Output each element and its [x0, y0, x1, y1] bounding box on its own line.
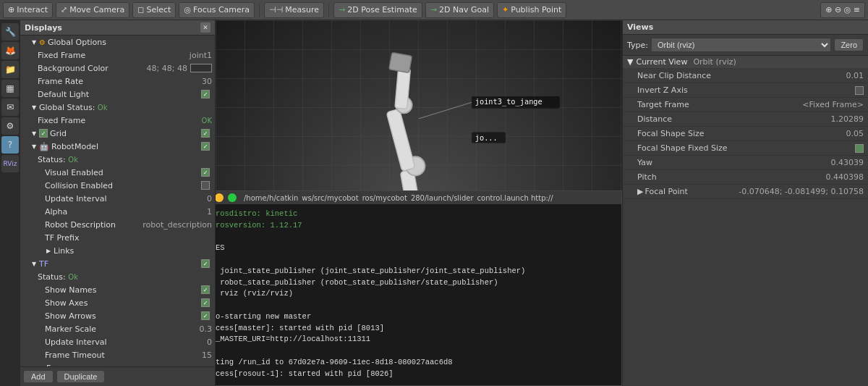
update-interval-robot-item[interactable]: Update Interval 0	[20, 192, 215, 205]
sidebar-icon-3[interactable]: 📁	[1, 61, 19, 78]
focal-shape-fixed-checkbox[interactable]	[855, 144, 864, 153]
nav-goal-button[interactable]: → 2D Nav Goal	[425, 2, 494, 18]
yaw-row: Yaw 0.43039	[623, 156, 868, 170]
terminal-win-max[interactable]	[228, 193, 237, 202]
displays-panel: Displays ✕ ▼ ⚙ Global Options Fixed Fram…	[20, 20, 216, 386]
views-type-label: Type:	[627, 41, 648, 50]
robot-description-item[interactable]: Robot Description robot_description	[20, 218, 215, 231]
sidebar-icon-5[interactable]: ✉	[1, 98, 19, 116]
displays-tree[interactable]: ▼ ⚙ Global Options Fixed Frame joint1 Ba…	[20, 35, 215, 366]
robot-model-icon: 🤖	[39, 142, 49, 151]
terminal-win-min[interactable]	[216, 193, 224, 202]
views-type-select[interactable]: Orbit (rviz)	[651, 38, 831, 52]
main-area: 🔧 🦊 📁 ▦ ✉ ⚙ ? RViz Displays ✕ ▼ ⚙ Global…	[0, 20, 868, 386]
pose-icon: →	[339, 5, 345, 14]
show-names-item[interactable]: Show Names	[20, 283, 215, 296]
current-view-header[interactable]: ▼ Current View Orbit (rviz)	[623, 56, 868, 69]
collision-enabled-checkbox[interactable]	[201, 181, 210, 190]
global-status-item[interactable]: ▼ Global Status: Ok	[20, 101, 215, 114]
default-light-checkbox[interactable]	[201, 90, 210, 98]
tf-arrow: ▼	[30, 260, 38, 267]
main-toolbar: ⊕ Interact ⤢ Move Camera ◻ Select ◎ Focu…	[0, 0, 868, 20]
nav-icon: →	[430, 5, 437, 14]
sidebar-icon-6[interactable]: ⚙	[1, 117, 19, 135]
frame-rate-item[interactable]: Frame Rate 30	[20, 75, 215, 88]
displays-close-button[interactable]: ✕	[200, 22, 210, 33]
update-interval-tf-item[interactable]: Update Interval 0	[20, 335, 215, 348]
views-tree: ▼ Current View Orbit (rviz) Near Clip Di…	[623, 56, 868, 386]
tf-checkbox[interactable]	[201, 259, 210, 268]
global-options-item[interactable]: ▼ ⚙ Global Options	[20, 35, 215, 49]
focal-shape-fixed-row: Focal Shape Fixed Size	[623, 141, 868, 156]
move-camera-icon: ⤢	[61, 5, 67, 14]
publish-point-button[interactable]: ✦ Publish Point	[497, 2, 566, 18]
frame-timeout-item[interactable]: Frame Timeout 15	[20, 348, 215, 361]
views-panel-header: Views	[623, 20, 868, 35]
fixed-frame-status-item[interactable]: Fixed Frame OK	[20, 114, 215, 127]
visual-enabled-checkbox[interactable]	[201, 168, 210, 177]
current-view-label: Current View	[636, 57, 687, 67]
grid-item[interactable]: ▼ Grid	[20, 127, 215, 140]
sidebar-icon-rviz[interactable]: RViz	[1, 155, 19, 172]
alpha-item[interactable]: Alpha 1	[20, 205, 215, 218]
terminal-panel: /home/h/catkin_ws/src/mycobot_ros/mycobo…	[216, 190, 622, 386]
views-zero-button[interactable]: Zero	[834, 38, 864, 51]
near-clip-row: Near Clip Distance 0.01	[623, 69, 868, 83]
robot-status-item[interactable]: Status: Ok	[20, 153, 215, 166]
measure-button[interactable]: ⊣⊣ Measure	[264, 2, 324, 18]
grid-check2[interactable]	[201, 129, 210, 138]
viewport[interactable]: joint3_to_jange jo... joint4 joint_state…	[216, 20, 622, 386]
views-title: Views	[627, 22, 653, 32]
target-frame-row: Target Frame <Fixed Frame>	[623, 98, 868, 112]
invert-z-row: Invert Z Axis	[623, 83, 868, 98]
interact-button[interactable]: ⊕ Interact	[3, 2, 53, 18]
add-display-button[interactable]: Add	[23, 370, 54, 383]
show-names-checkbox[interactable]	[201, 285, 210, 294]
show-arrows-checkbox[interactable]	[201, 311, 210, 320]
fixed-frame-item[interactable]: Fixed Frame joint1	[20, 49, 215, 62]
visual-enabled-item[interactable]: Visual Enabled	[20, 166, 215, 179]
tf-status-item[interactable]: Status: Ok	[20, 270, 215, 283]
sidebar-icon-7[interactable]: ?	[1, 136, 19, 154]
default-light-item[interactable]: Default Light	[20, 88, 215, 101]
global-options-arrow: ▼	[30, 38, 38, 46]
grid-checkbox[interactable]	[39, 129, 48, 138]
frames-item[interactable]: ▶ Frames	[20, 361, 215, 366]
marker-scale-item[interactable]: Marker Scale 0.3	[20, 322, 215, 335]
invert-z-checkbox[interactable]	[855, 86, 864, 95]
focal-point-row[interactable]: ▶Focal Point -0.070648; -0.081499; 0.107…	[623, 185, 868, 199]
interact-icon: ⊕	[8, 5, 14, 14]
sidebar-icon-4[interactable]: ▦	[1, 80, 19, 97]
terminal-body[interactable]: * /rosdistro: kinetic * /rosversion: 1.1…	[216, 204, 621, 379]
left-sidebar: 🔧 🦊 📁 ▦ ✉ ⚙ ? RViz	[0, 20, 20, 386]
background-color-item[interactable]: Background Color 48; 48; 48	[20, 62, 215, 75]
viewport-background: joint3_to_jange jo... joint4 joint_state…	[216, 20, 622, 386]
measure-icon: ⊣⊣	[269, 5, 283, 14]
svg-rect-14	[389, 53, 412, 73]
links-item[interactable]: ▶ Links	[20, 244, 215, 257]
views-panel: Views Type: Orbit (rviz) Zero ▼ Current …	[622, 20, 868, 386]
toolbar-separator-1	[259, 3, 260, 17]
show-axes-item[interactable]: Show Axes	[20, 296, 215, 309]
robot-model-item[interactable]: ▼ 🤖 RobotModel	[20, 140, 215, 153]
pose-estimate-button[interactable]: → 2D Pose Estimate	[333, 2, 422, 18]
tf-icon: TF	[39, 259, 48, 269]
toolbar-separator-2	[328, 3, 329, 17]
duplicate-display-button[interactable]: Duplicate	[56, 370, 106, 383]
publish-icon: ✦	[502, 5, 509, 14]
move-camera-button[interactable]: ⤢ Move Camera	[56, 2, 129, 18]
focal-shape-size-row: Focal Shape Size 0.05	[623, 127, 868, 141]
terminal-header: /home/h/catkin_ws/src/mycobot_ros/mycobo…	[216, 191, 621, 204]
sidebar-icon-2[interactable]: 🦊	[1, 42, 19, 59]
sidebar-icon-1[interactable]: 🔧	[1, 23, 19, 41]
select-button[interactable]: ◻ Select	[132, 2, 176, 18]
collision-enabled-item[interactable]: Collision Enabled	[20, 179, 215, 192]
zoom-controls[interactable]: ⊕ ⊖ ◎ ≡	[820, 2, 865, 18]
tf-item[interactable]: ▼ TF	[20, 257, 215, 270]
show-arrows-item[interactable]: Show Arrows	[20, 309, 215, 322]
tf-prefix-item[interactable]: TF Prefix	[20, 231, 215, 244]
show-axes-checkbox[interactable]	[201, 298, 210, 307]
robot-model-checkbox[interactable]	[201, 142, 210, 151]
displays-title: Displays	[25, 23, 62, 33]
focus-camera-button[interactable]: ◎ Focus Camera	[179, 2, 255, 18]
